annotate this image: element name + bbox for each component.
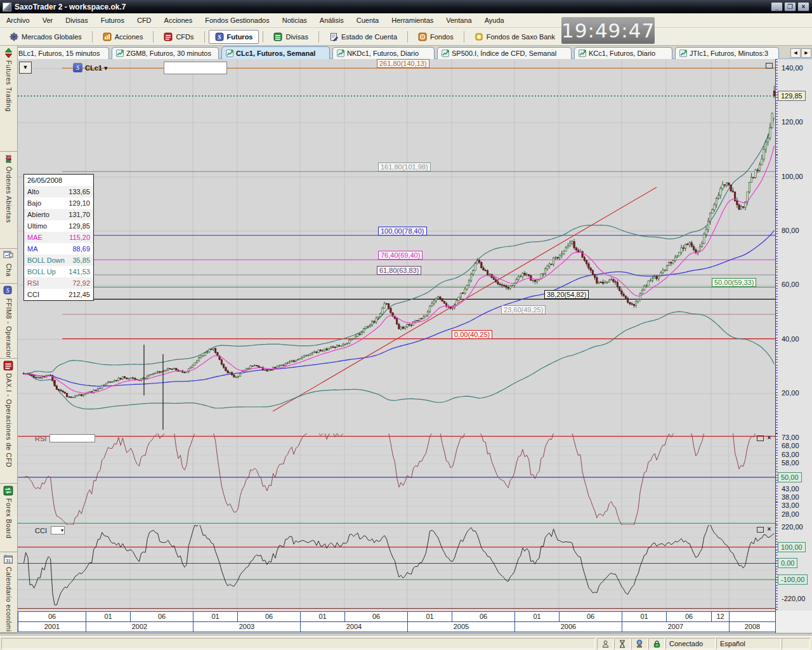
funds-icon (418, 32, 427, 41)
chart-symbol[interactable]: CLc1 ▾ (85, 64, 107, 72)
menu-item-divisas[interactable]: Divisas (59, 13, 94, 28)
chart-tab-zgm8[interactable]: ZGM8, Futuros, 30 minutos (112, 47, 219, 59)
toolbar-separator (204, 31, 205, 43)
sidebar-item-forex-board[interactable]: Forex Board (0, 484, 17, 552)
time-axis-month-cell: 01 (193, 611, 238, 622)
close-rsi-icon[interactable]: × (766, 435, 773, 441)
menu-item-herramientas[interactable]: Herramientas (385, 13, 440, 28)
chart-tab-clc1[interactable]: CLc1, Futuros, Semanal (221, 46, 330, 59)
chart-dropdown-button[interactable]: ▼ (19, 62, 32, 74)
rsi-label: RSI (35, 435, 46, 442)
menu-item-futuros[interactable]: Futuros (95, 13, 131, 28)
title-bar: SaxoTrader 2 - workspace.ok.7 _ ❐ × (0, 0, 812, 13)
clock-overlay: 19:49:47 (561, 17, 655, 44)
price-axis-label: 80,00 (782, 227, 799, 234)
legend-row-mae: MAE115,20 (24, 232, 93, 243)
price-axis-label: 100,00 (782, 173, 803, 180)
rsi-pane[interactable]: 73,0068,0063,0058,0043,0038,0033,0028,00… (18, 434, 812, 525)
toolbar-button-label: Estado de Cuenta (341, 33, 397, 41)
saxo-s-icon: S (3, 286, 14, 296)
toolbar-button-label: Acciones (115, 33, 143, 41)
maximize-pane-icon[interactable] (766, 63, 773, 69)
maximize-rsi-icon[interactable] (757, 435, 764, 441)
cci-period-input[interactable]: ▾ (51, 526, 65, 534)
menu-item-ayuda[interactable]: Ayuda (478, 13, 511, 28)
tab-scroll-right[interactable]: ► (801, 48, 811, 58)
main-toolbar: Mercados GlobalesAccionesCFDsSFuturosDiv… (0, 28, 812, 46)
time-axis-year-cell: 2005 (407, 621, 515, 632)
chart-tab-kcc1[interactable]: KCc1, Futuros, Diario (574, 47, 672, 59)
tab-label: SP500.I, Índice de CFD, Semanal (452, 50, 556, 57)
toolbar-button-fondos[interactable]: Fondos (412, 30, 460, 44)
toolbar-button-mercados-globales[interactable]: Mercados Globales (3, 30, 88, 44)
time-axis-year-cell: 2003 (193, 621, 301, 632)
cci-axis[interactable]: 220,00-220,00100,000,00-100,00 (775, 525, 812, 611)
toolbar-button-cfds[interactable]: CFDs (157, 30, 200, 44)
lock-icon[interactable] (648, 638, 665, 649)
toolbar-button-label: Divisas (285, 33, 308, 41)
sidebar-item-ffim8-operaciones-de-futuros[interactable]: SFFIM8 - Operaciones de futuros (0, 284, 17, 359)
sidebar-item-cha[interactable]: Cha (0, 249, 17, 284)
sidebar-item-label: DAX.I - Operaciones de CFD (5, 373, 13, 482)
chart-tab-jtic1[interactable]: JTIc1, Futuros, Minutos:3 (675, 47, 779, 59)
cci-pane[interactable]: 220,00-220,00100,000,00-100,00CCI▾× (18, 525, 812, 611)
legend-row-cci: CCI212,45 (24, 289, 93, 300)
price-chart-plot[interactable] (18, 59, 775, 434)
menu-item-ver[interactable]: Ver (36, 13, 60, 28)
chart-tab-blc1[interactable]: BLc1, Futuros, 15 minutos (14, 47, 109, 59)
symbol-search-input[interactable] (164, 62, 227, 74)
last-price-badge: 129,85 (778, 91, 806, 101)
toolbar-button-fondos-de-saxo-bank[interactable]: Fondos de Saxo Bank (468, 30, 561, 44)
rsi-plot[interactable] (18, 434, 775, 525)
time-axis-year-cell: 2002 (86, 621, 193, 632)
fib-level-label: 261,80(140,13) (377, 59, 429, 68)
svg-text:31: 31 (6, 558, 11, 564)
cci-plot[interactable] (18, 525, 775, 611)
maximize-cci-icon[interactable] (757, 527, 764, 533)
restore-button[interactable]: ❐ (784, 2, 796, 11)
toolbar-button-futuros[interactable]: SFuturos (209, 30, 259, 44)
time-axis-month-cell: 01 (300, 611, 345, 622)
rsi-period-input[interactable] (49, 434, 95, 442)
price-axis-label: 60,00 (782, 281, 799, 288)
menu-item-noticias[interactable]: Noticias (276, 13, 313, 28)
chart-tab-nkdc1[interactable]: NKDc1, Futuros, Diario (332, 47, 435, 59)
tab-chart-icon (579, 50, 586, 57)
price-chart-pane[interactable]: 140,00120,00100,0080,0060,0040,0020,0012… (18, 59, 812, 434)
menu-item-ventana[interactable]: Ventana (440, 13, 478, 28)
rsi-axis[interactable]: 73,0068,0063,0058,0043,0038,0033,0028,00… (775, 434, 812, 525)
legend-row-rsi: RSI72,92 (24, 277, 93, 289)
sidebar-item-dax-i-operaciones-de-cfd[interactable]: DAX.I - Operaciones de CFD (0, 359, 17, 484)
cci-axis-label: 220,00 (782, 523, 803, 531)
close-cci-icon[interactable]: × (766, 527, 773, 533)
toolbar-button-estado-de-cuenta[interactable]: Estado de Cuenta (323, 30, 403, 44)
close-button[interactable]: × (797, 2, 809, 11)
time-axis-year-cell: 2007 (622, 621, 730, 632)
tab-scroll-left[interactable]: ◄ (790, 48, 801, 58)
sidebar-item--rdenes-abiertas[interactable]: Órdenes Abiertas (0, 152, 17, 249)
menu-item-archivo[interactable]: Archivo (0, 13, 36, 28)
hourglass-icon[interactable] (614, 638, 631, 649)
menu-item-fondos-gestionados[interactable]: Fondos Gestionados (199, 13, 276, 28)
toolbar-button-divisas[interactable]: Divisas (267, 30, 314, 44)
account-statement-icon (329, 32, 338, 41)
cfd-icon (164, 32, 173, 41)
cci-axis-label: -220,00 (782, 595, 805, 602)
network-icon[interactable] (631, 638, 648, 649)
menu-item-análisis[interactable]: Análisis (313, 13, 350, 28)
language-indicator[interactable]: Español (716, 638, 781, 649)
rsi-axis-label: 73,00 (782, 434, 799, 441)
minimize-button[interactable]: _ (771, 2, 783, 11)
time-axis-month-cell: 06 (237, 611, 301, 622)
chart-tab-sp500.i[interactable]: SP500.I, Índice de CFD, Semanal (437, 47, 572, 59)
sidebar-item-calendario-econ-mico[interactable]: 31Calendario económico (0, 552, 17, 633)
sidebar-item-futures-trading[interactable]: Futures Trading (0, 46, 17, 152)
rsi-axis-label: 68,00 (782, 442, 799, 449)
price-axis[interactable]: 140,00120,00100,0080,0060,0040,0020,0012… (775, 59, 812, 434)
menu-item-cuenta[interactable]: Cuenta (350, 13, 385, 28)
menu-item-acciones[interactable]: Acciones (158, 13, 199, 28)
user-icon[interactable] (597, 638, 613, 649)
legend-row-ma: MA88,69 (24, 243, 93, 255)
toolbar-button-acciones[interactable]: Acciones (96, 30, 150, 44)
menu-item-cfd[interactable]: CFD (131, 13, 158, 28)
